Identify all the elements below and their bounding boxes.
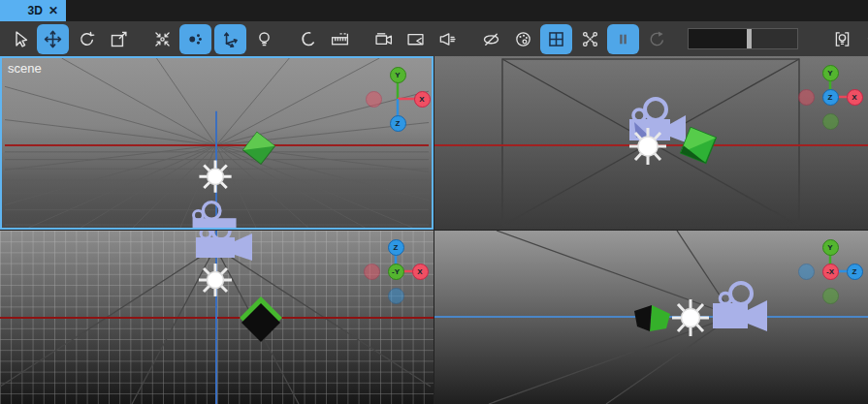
speaker-tool[interactable] xyxy=(433,24,462,53)
curve-tool[interactable] xyxy=(293,24,322,53)
cube-object[interactable] xyxy=(634,305,670,331)
tab-3d[interactable]: 3D ✕ xyxy=(0,0,66,21)
gizmo-axis-neg-x[interactable] xyxy=(364,264,380,280)
camera-object[interactable] xyxy=(193,202,237,228)
timeline-slider[interactable] xyxy=(688,28,798,49)
axis-gizmo[interactable]: Y X Z xyxy=(800,65,860,129)
axis-gizmo[interactable]: Y Z -X xyxy=(800,239,860,303)
viewport-top[interactable]: Z X -Y xyxy=(0,231,434,404)
loop-play-button[interactable] xyxy=(642,24,671,53)
render-light-button[interactable] xyxy=(827,24,856,53)
gizmo-axis-x[interactable]: X xyxy=(412,264,429,280)
gizmo-axis-neg-y[interactable]: -Y xyxy=(388,264,404,280)
material-tool[interactable] xyxy=(508,24,537,53)
gizmo-axis-neg-z[interactable] xyxy=(798,264,815,280)
light-object[interactable] xyxy=(629,128,666,165)
gizmo-axis-x[interactable]: X xyxy=(847,89,863,106)
gizmo-axis-neg-x[interactable] xyxy=(798,89,815,106)
cube-object[interactable] xyxy=(681,128,716,163)
gizmo-axis-z[interactable]: Z xyxy=(390,115,406,132)
scale-tool[interactable] xyxy=(104,24,133,53)
light-object[interactable] xyxy=(199,264,232,296)
pause-button[interactable] xyxy=(607,24,639,54)
tab-close-icon[interactable]: ✕ xyxy=(48,5,58,16)
scene-label: scene xyxy=(8,61,42,76)
axis-gizmo[interactable]: Z X -Y xyxy=(366,239,426,303)
gizmo-axis-neg-x[interactable]: -X xyxy=(822,264,839,280)
select-tool[interactable] xyxy=(5,24,34,53)
rig-tool[interactable] xyxy=(575,24,604,53)
show-points-tool[interactable] xyxy=(179,24,211,54)
show-axes-tool[interactable] xyxy=(214,24,246,54)
gizmo-axis-y[interactable]: Y xyxy=(822,239,839,256)
light-tool[interactable] xyxy=(249,24,278,53)
light-object[interactable] xyxy=(199,161,231,193)
gizmo-axis-z[interactable]: Z xyxy=(388,239,404,256)
gizmo-axis-z[interactable]: Z xyxy=(822,89,839,106)
viewport-front[interactable]: Y X Z xyxy=(434,56,868,230)
hide-tool[interactable] xyxy=(476,24,505,53)
gizmo-axis-neg-x[interactable] xyxy=(366,91,382,108)
axis-gizmo[interactable]: Y X Z xyxy=(368,67,428,131)
measure-tool[interactable] xyxy=(325,24,354,53)
tab-bar: 3D ✕ xyxy=(0,0,868,21)
rotate-tool[interactable] xyxy=(72,24,101,53)
camera-object[interactable] xyxy=(713,283,767,331)
refresh-button[interactable] xyxy=(859,24,868,53)
gizmo-axis-y[interactable]: Y xyxy=(390,67,406,83)
camera-tool[interactable] xyxy=(369,24,398,53)
center-view-tool[interactable] xyxy=(147,24,177,53)
quad-view-toggle[interactable] xyxy=(540,24,572,54)
viewport-perspective[interactable]: scene Y X Z xyxy=(0,56,434,230)
gizmo-axis-neg-y[interactable] xyxy=(822,113,839,130)
tab-label: 3D xyxy=(28,4,43,17)
3d-editor-window: 3D ✕ xyxy=(0,0,868,404)
light-object[interactable] xyxy=(672,299,709,336)
viewport-grid: scene Y X Z xyxy=(0,56,868,404)
gizmo-axis-x[interactable]: X xyxy=(414,91,431,108)
gizmo-axis-y[interactable]: Y xyxy=(822,65,839,81)
gizmo-axis-z[interactable]: Z xyxy=(847,264,863,280)
gizmo-axis-neg-z[interactable] xyxy=(388,288,404,304)
screen-tool[interactable] xyxy=(401,24,430,53)
move-tool[interactable] xyxy=(37,24,69,54)
viewport-right[interactable]: Y Z -X xyxy=(434,231,868,404)
toolbar xyxy=(0,21,868,56)
gizmo-axis-neg-y[interactable] xyxy=(822,288,839,304)
